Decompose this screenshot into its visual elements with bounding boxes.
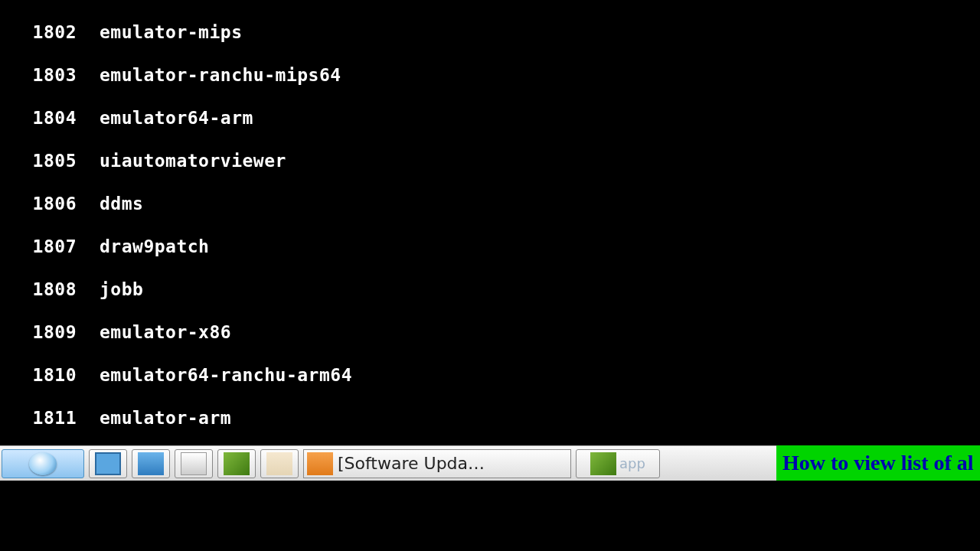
command-name: emulator-ranchu-mips64 (100, 65, 341, 85)
line-number: 1806 (0, 193, 100, 214)
line-number: 1802 (0, 21, 100, 43)
terminal-icon (590, 452, 616, 475)
terminal-launcher[interactable] (217, 449, 256, 478)
tutorial-banner: How to view list of al (776, 445, 980, 481)
letterbox-bottom (0, 481, 980, 551)
globe-icon (138, 452, 164, 475)
browser-launcher[interactable] (132, 449, 170, 478)
start-menu-button[interactable] (2, 449, 84, 478)
window-list-button[interactable] (175, 449, 213, 478)
app-icon (266, 452, 292, 475)
terminal-output[interactable]: 1802emulator-mips 1803emulator-ranchu-mi… (0, 0, 980, 444)
banner-text: How to view list of al (782, 451, 974, 475)
terminal-icon (224, 452, 250, 475)
line-number: 1808 (0, 279, 100, 300)
folder-icon (95, 452, 121, 475)
line-number: 1807 (0, 236, 100, 257)
line-number: 1809 (0, 321, 100, 343)
command-name: emulator-arm (100, 408, 231, 428)
line-number: 1803 (0, 64, 100, 86)
line-number: 1805 (0, 150, 100, 171)
command-name: jobb (100, 279, 143, 299)
line-number: 1804 (0, 107, 100, 129)
command-name: draw9patch (100, 236, 209, 256)
lubuntu-logo-icon (29, 452, 57, 475)
command-name: emulator64-arm (100, 108, 253, 128)
task-label: app (616, 455, 645, 471)
terminal-task[interactable]: app (576, 449, 660, 478)
app-launcher-1[interactable] (260, 449, 299, 478)
command-name: emulator-mips (100, 22, 243, 42)
file-manager-launcher[interactable] (89, 449, 127, 478)
command-name: ddms (100, 194, 143, 214)
line-number: 1810 (0, 364, 100, 386)
line-number: 1811 (0, 407, 100, 429)
window-icon (181, 452, 207, 475)
software-updater-task[interactable]: [Software Upda… (303, 449, 571, 478)
command-name: emulator64-ranchu-arm64 (100, 365, 352, 385)
command-name: uiautomatorviewer (100, 151, 286, 171)
updater-icon (307, 452, 333, 475)
command-name: emulator-x86 (100, 322, 231, 342)
task-label: [Software Upda… (338, 454, 485, 473)
